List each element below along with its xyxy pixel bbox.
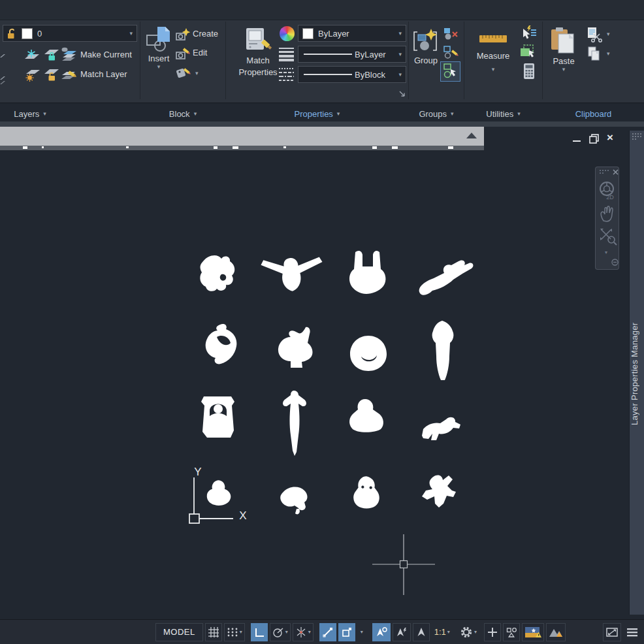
measure-button[interactable]: Measure ▾: [468, 24, 518, 81]
quick-calc-icon[interactable]: [523, 63, 536, 80]
steering-wheel-2d-icon[interactable]: 2D: [598, 180, 617, 200]
create-block-icon[interactable]: [175, 27, 191, 42]
chevron-down-icon: ▾: [157, 64, 161, 70]
annotation-monitor-button[interactable]: [484, 623, 501, 641]
edit-attributes-icon[interactable]: [175, 64, 192, 81]
chevron-down-icon: ▾: [129, 31, 133, 37]
navbar-close-icon[interactable]: [613, 169, 619, 175]
block-panel-title[interactable]: Block ▾: [140, 108, 225, 120]
isolate-objects-button[interactable]: [503, 623, 520, 641]
person-silhouette[interactable]: [280, 487, 307, 515]
person-silhouette[interactable]: [206, 324, 237, 364]
ortho-mode-toggle[interactable]: [251, 623, 268, 641]
person-silhouette[interactable]: [201, 396, 234, 438]
groups-panel-title[interactable]: Groups ▾: [409, 108, 464, 120]
layers-panel-title[interactable]: Layers ▾: [0, 108, 60, 120]
clipped-edge-icons: [0, 48, 5, 101]
group-button[interactable]: Group: [410, 22, 442, 72]
person-silhouette[interactable]: [207, 480, 231, 506]
freeze-layer-icon[interactable]: [24, 47, 40, 63]
edit-block-icon[interactable]: [175, 46, 191, 61]
collapse-arrow-icon[interactable]: [466, 133, 477, 138]
annotation-scale-button[interactable]: 1:1 ▾: [432, 623, 453, 641]
chevron-down-icon[interactable]: ▾: [607, 51, 610, 57]
person-silhouette[interactable]: [261, 257, 322, 291]
minimize-button[interactable]: [570, 132, 584, 145]
clean-screen-button[interactable]: [603, 623, 621, 641]
person-silhouette[interactable]: [432, 321, 454, 380]
chevron-down-icon[interactable]: ▾: [195, 71, 199, 76]
group-edit-icon[interactable]: [443, 44, 460, 61]
object-color-dropdown[interactable]: ByLayer ▾: [298, 25, 406, 42]
quick-access-toolbar: [0, 0, 644, 20]
match-layer-button[interactable]: Match Layer: [80, 69, 127, 79]
layer-dropdown[interactable]: 0 ▾: [3, 25, 137, 42]
person-silhouette[interactable]: [419, 260, 474, 295]
polar-tracking-toggle[interactable]: ▾: [270, 623, 291, 641]
lock-layer-icon[interactable]: [43, 47, 60, 63]
restore-button[interactable]: [587, 132, 601, 145]
linetype-dropdown[interactable]: ByBlock ▾: [298, 66, 406, 83]
floating-titlebar[interactable]: [0, 127, 484, 146]
pan-hand-icon[interactable]: [600, 205, 617, 225]
hamburger-icon: [626, 626, 639, 638]
properties-panel: Match Properties ByLayer ▾ ByLayer ▾: [226, 20, 408, 103]
match-properties-button[interactable]: Match Properties: [231, 21, 285, 84]
make-current-button[interactable]: Make Current: [80, 50, 132, 59]
navbar-customize-icon[interactable]: [611, 259, 619, 266]
chevron-down-icon: ▾: [398, 31, 402, 37]
unlock-layer-icon[interactable]: [43, 67, 60, 83]
insert-block-button[interactable]: Insert ▾: [143, 22, 174, 74]
zoom-extents-icon[interactable]: [599, 227, 617, 246]
snap-mode-toggle[interactable]: ▾: [224, 623, 245, 641]
layer-properties-palette-tab[interactable]: Layer Properties Manager: [629, 131, 644, 615]
graphics-performance-button[interactable]: [522, 623, 544, 641]
group-selection-toggle[interactable]: [440, 61, 460, 82]
lineweight-dropdown[interactable]: ByLayer ▾: [298, 46, 406, 63]
paste-button[interactable]: Paste ▾: [547, 21, 581, 77]
osnap-line-toggle[interactable]: [319, 623, 336, 641]
person-silhouette[interactable]: [353, 476, 379, 508]
workspace-switching-button[interactable]: ▾: [457, 623, 479, 641]
model-space-button[interactable]: MODEL: [155, 623, 203, 641]
object-snap-tracking-toggle[interactable]: ▾: [293, 623, 314, 641]
person-silhouette[interactable]: [422, 417, 460, 440]
person-silhouette[interactable]: [349, 251, 386, 294]
navbar-grip-icon[interactable]: [600, 170, 610, 174]
person-silhouette[interactable]: [422, 475, 456, 507]
layer-isolate-icon[interactable]: [24, 67, 40, 83]
object-snap-toggle[interactable]: [338, 623, 355, 641]
grid-toggle[interactable]: [205, 623, 222, 641]
close-button[interactable]: ×: [603, 131, 617, 144]
make-current-icon[interactable]: [60, 46, 78, 63]
edit-block-button[interactable]: Edit: [193, 48, 207, 57]
annotation-scale-icon-button[interactable]: [413, 623, 430, 641]
person-silhouette[interactable]: [350, 336, 387, 371]
dialog-launcher-icon[interactable]: [398, 90, 406, 98]
color-wheel-icon: [280, 26, 295, 41]
properties-panel-title[interactable]: Properties ▾: [226, 108, 408, 120]
hardware-acceleration-button[interactable]: [546, 623, 566, 641]
match-layer-icon[interactable]: [60, 66, 78, 83]
ungroup-icon[interactable]: [443, 26, 460, 42]
group-selection-icon: [441, 62, 460, 81]
copy-icon[interactable]: [587, 46, 602, 63]
clipboard-panel-title: Clipboard: [543, 108, 644, 120]
utilities-panel-title[interactable]: Utilities ▾: [464, 108, 542, 120]
ribbon: 0 ▾: [0, 0, 644, 103]
cut-icon[interactable]: [586, 26, 603, 42]
color-value: ByLayer: [318, 29, 349, 39]
annotation-autoscale-toggle[interactable]: [393, 623, 411, 641]
select-similar-icon[interactable]: [519, 43, 538, 60]
chevron-down-icon[interactable]: ▾: [607, 31, 610, 37]
annotation-visibility-toggle[interactable]: [372, 623, 391, 641]
person-silhouette[interactable]: [349, 399, 383, 432]
osnap-dropdown[interactable]: ▾: [357, 623, 366, 641]
create-block-button[interactable]: Create: [193, 29, 218, 39]
person-silhouette[interactable]: [278, 327, 313, 368]
customization-menu-button[interactable]: [623, 623, 641, 641]
navbar-more-icon[interactable]: ▾: [605, 250, 607, 255]
quick-select-icon[interactable]: [521, 25, 538, 40]
person-silhouette[interactable]: [283, 391, 306, 456]
person-silhouette[interactable]: [200, 255, 234, 291]
